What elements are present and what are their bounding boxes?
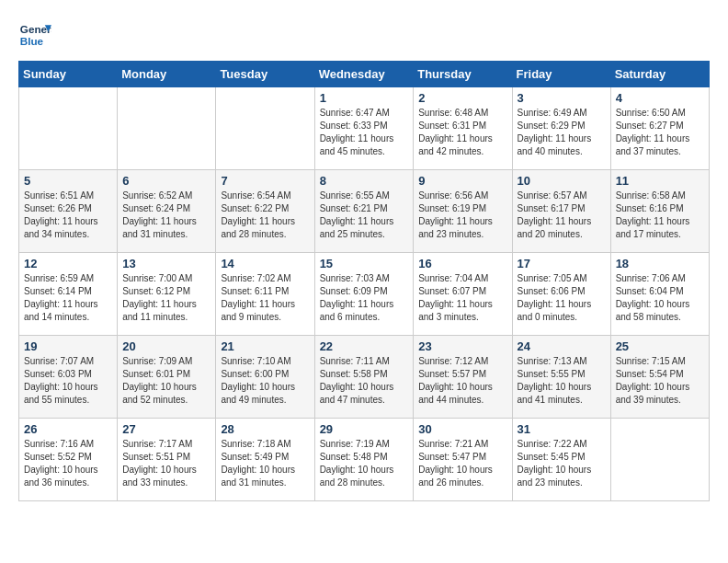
calendar-cell: 21Sunrise: 7:10 AM Sunset: 6:00 PM Dayli… [216,336,314,419]
day-info: Sunrise: 7:21 AM Sunset: 5:47 PM Dayligh… [418,438,506,489]
day-info: Sunrise: 6:47 AM Sunset: 6:33 PM Dayligh… [320,107,409,158]
calendar-table: SundayMondayTuesdayWednesdayThursdayFrid… [18,61,710,501]
day-info: Sunrise: 7:17 AM Sunset: 5:51 PM Dayligh… [122,438,210,489]
day-info: Sunrise: 6:49 AM Sunset: 6:29 PM Dayligh… [518,107,606,158]
day-number: 8 [320,174,409,188]
day-number: 17 [518,257,606,270]
day-number: 10 [518,174,606,188]
calendar-cell: 8Sunrise: 6:55 AM Sunset: 6:21 PM Daylig… [314,170,414,253]
calendar-cell: 23Sunrise: 7:12 AM Sunset: 5:57 PM Dayli… [414,336,512,419]
day-info: Sunrise: 7:09 AM Sunset: 6:01 PM Dayligh… [122,355,210,407]
day-number: 14 [221,257,309,270]
day-info: Sunrise: 7:18 AM Sunset: 5:49 PM Dayligh… [221,438,309,489]
day-info: Sunrise: 7:02 AM Sunset: 6:11 PM Dayligh… [221,272,309,324]
calendar-cell: 26Sunrise: 7:16 AM Sunset: 5:52 PM Dayli… [19,419,118,501]
calendar-cell: 10Sunrise: 6:57 AM Sunset: 6:17 PM Dayli… [512,170,610,253]
day-info: Sunrise: 7:11 AM Sunset: 5:58 PM Dayligh… [320,355,409,407]
day-info: Sunrise: 6:51 AM Sunset: 6:26 PM Dayligh… [24,190,112,241]
calendar-cell: 18Sunrise: 7:06 AM Sunset: 6:04 PM Dayli… [610,253,709,336]
calendar-cell: 20Sunrise: 7:09 AM Sunset: 6:01 PM Dayli… [118,336,216,419]
day-info: Sunrise: 7:13 AM Sunset: 5:55 PM Dayligh… [518,355,606,407]
day-info: Sunrise: 6:59 AM Sunset: 6:14 PM Dayligh… [24,272,112,324]
page-header: General Blue [18,18,710,52]
calendar-cell: 30Sunrise: 7:21 AM Sunset: 5:47 PM Dayli… [414,419,512,501]
calendar-cell: 29Sunrise: 7:19 AM Sunset: 5:48 PM Dayli… [314,419,414,501]
calendar-cell [610,419,709,501]
day-number: 9 [418,174,506,188]
day-number: 11 [616,174,704,188]
day-number: 7 [221,174,309,188]
day-info: Sunrise: 7:05 AM Sunset: 6:06 PM Dayligh… [518,272,606,324]
weekday-header-thursday: Thursday [414,62,512,87]
day-number: 5 [24,174,112,188]
logo: General Blue [18,18,51,52]
calendar-cell [118,87,216,170]
calendar-cell: 9Sunrise: 6:56 AM Sunset: 6:19 PM Daylig… [414,170,512,253]
day-info: Sunrise: 7:10 AM Sunset: 6:00 PM Dayligh… [221,355,309,407]
day-info: Sunrise: 6:48 AM Sunset: 6:31 PM Dayligh… [418,107,506,158]
day-number: 16 [418,257,506,270]
weekday-header-friday: Friday [512,62,610,87]
day-number: 21 [221,339,309,353]
svg-text:General: General [20,23,51,35]
calendar-cell: 7Sunrise: 6:54 AM Sunset: 6:22 PM Daylig… [216,170,314,253]
calendar-week-row: 12Sunrise: 6:59 AM Sunset: 6:14 PM Dayli… [19,253,710,336]
weekday-header-monday: Monday [118,62,216,87]
calendar-week-row: 5Sunrise: 6:51 AM Sunset: 6:26 PM Daylig… [19,170,710,253]
calendar-cell: 27Sunrise: 7:17 AM Sunset: 5:51 PM Dayli… [118,419,216,501]
calendar-cell: 31Sunrise: 7:22 AM Sunset: 5:45 PM Dayli… [512,419,610,501]
day-info: Sunrise: 6:54 AM Sunset: 6:22 PM Dayligh… [221,190,309,241]
calendar-cell: 3Sunrise: 6:49 AM Sunset: 6:29 PM Daylig… [512,87,610,170]
calendar-cell: 6Sunrise: 6:52 AM Sunset: 6:24 PM Daylig… [118,170,216,253]
calendar-cell: 4Sunrise: 6:50 AM Sunset: 6:27 PM Daylig… [610,87,709,170]
day-info: Sunrise: 6:50 AM Sunset: 6:27 PM Dayligh… [616,107,704,158]
day-number: 24 [518,339,606,353]
calendar-cell: 19Sunrise: 7:07 AM Sunset: 6:03 PM Dayli… [19,336,118,419]
day-number: 12 [24,257,112,270]
day-number: 23 [418,339,506,353]
calendar-cell: 28Sunrise: 7:18 AM Sunset: 5:49 PM Dayli… [216,419,314,501]
calendar-week-row: 26Sunrise: 7:16 AM Sunset: 5:52 PM Dayli… [19,419,710,501]
day-number: 26 [24,422,112,436]
day-info: Sunrise: 7:12 AM Sunset: 5:57 PM Dayligh… [418,355,506,407]
day-number: 15 [320,257,409,270]
day-number: 3 [518,91,606,105]
day-info: Sunrise: 7:22 AM Sunset: 5:45 PM Dayligh… [518,438,606,489]
calendar-week-row: 1Sunrise: 6:47 AM Sunset: 6:33 PM Daylig… [19,87,710,170]
day-info: Sunrise: 7:04 AM Sunset: 6:07 PM Dayligh… [418,272,506,324]
day-info: Sunrise: 7:15 AM Sunset: 5:54 PM Dayligh… [616,355,704,407]
day-number: 19 [24,339,112,353]
calendar-cell: 24Sunrise: 7:13 AM Sunset: 5:55 PM Dayli… [512,336,610,419]
calendar-cell: 14Sunrise: 7:02 AM Sunset: 6:11 PM Dayli… [216,253,314,336]
day-number: 27 [122,422,210,436]
calendar-cell: 2Sunrise: 6:48 AM Sunset: 6:31 PM Daylig… [414,87,512,170]
logo-icon: General Blue [18,18,51,52]
day-number: 28 [221,422,309,436]
day-info: Sunrise: 7:16 AM Sunset: 5:52 PM Dayligh… [24,438,112,489]
calendar-cell: 1Sunrise: 6:47 AM Sunset: 6:33 PM Daylig… [314,87,414,170]
svg-text:Blue: Blue [20,35,44,47]
calendar-cell: 17Sunrise: 7:05 AM Sunset: 6:06 PM Dayli… [512,253,610,336]
day-info: Sunrise: 6:55 AM Sunset: 6:21 PM Dayligh… [320,190,409,241]
day-number: 31 [518,422,606,436]
day-number: 4 [616,91,704,105]
day-info: Sunrise: 6:52 AM Sunset: 6:24 PM Dayligh… [122,190,210,241]
calendar-cell: 11Sunrise: 6:58 AM Sunset: 6:16 PM Dayli… [610,170,709,253]
calendar-cell: 13Sunrise: 7:00 AM Sunset: 6:12 PM Dayli… [118,253,216,336]
day-number: 29 [320,422,409,436]
weekday-header-saturday: Saturday [610,62,709,87]
calendar-cell [19,87,118,170]
day-number: 1 [320,91,409,105]
calendar-cell: 22Sunrise: 7:11 AM Sunset: 5:58 PM Dayli… [314,336,414,419]
weekday-header-tuesday: Tuesday [216,62,314,87]
calendar-cell: 25Sunrise: 7:15 AM Sunset: 5:54 PM Dayli… [610,336,709,419]
calendar-header-row: SundayMondayTuesdayWednesdayThursdayFrid… [19,62,710,87]
weekday-header-wednesday: Wednesday [314,62,414,87]
weekday-header-sunday: Sunday [19,62,118,87]
day-info: Sunrise: 6:58 AM Sunset: 6:16 PM Dayligh… [616,190,704,241]
day-number: 18 [616,257,704,270]
day-number: 22 [320,339,409,353]
calendar-cell: 15Sunrise: 7:03 AM Sunset: 6:09 PM Dayli… [314,253,414,336]
day-number: 6 [122,174,210,188]
day-info: Sunrise: 7:00 AM Sunset: 6:12 PM Dayligh… [122,272,210,324]
